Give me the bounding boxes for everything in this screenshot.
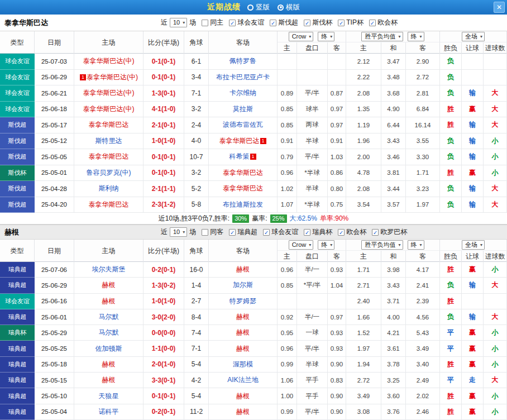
close-button[interactable]: ✕ [494,2,505,13]
filter-checkbox[interactable]: ✓斯伐超 [270,18,298,27]
checkbox-checked-icon[interactable]: ✓ [229,20,236,26]
away-team[interactable]: 科希策1 [209,149,278,165]
home-team[interactable]: 天狼星 [74,388,144,404]
away-team[interactable]: 泰拿华斯巴达1 [209,133,278,150]
away-team[interactable]: 加尔斯 [209,278,278,293]
home-team[interactable]: 泰拿华斯巴达(中) [74,54,144,70]
home-team-name: 鲁容贝罗克(中) [87,168,131,178]
match-count-select[interactable]: 10▾ [170,227,187,237]
checkbox-checked-icon[interactable]: ✓ [338,20,345,26]
filter-checkbox[interactable]: ✓瑞典超 [229,227,257,237]
league-type: 瑞典超 [0,388,35,404]
dropdown-arrow-icon: ▾ [183,19,185,26]
away-team[interactable]: 佩特罗鲁 [209,54,278,70]
away-team[interactable]: 赫根 [209,388,278,404]
filter-checkbox[interactable]: ✓TIP杯 [338,18,363,27]
away-team[interactable]: AIK法兰地 [209,373,278,388]
home-team[interactable]: 赫根 [74,294,144,309]
avg-final-select[interactable]: 终▾ [408,240,424,250]
filter-checkbox[interactable]: ✓欧罗巴杯 [372,227,407,237]
checkbox-checked-icon[interactable]: ✓ [372,229,379,236]
checkbox-checked-icon[interactable]: ✓ [229,229,236,236]
home-team[interactable]: 泰拿华斯巴达 [74,197,144,213]
result-handicap: 赢 [462,404,484,420]
checkbox-checked-icon[interactable]: ✓ [338,229,345,236]
away-team[interactable]: 布拉迪斯拉发 [209,197,278,213]
away-team-name: 佩特罗鲁 [229,56,256,66]
corner-score: 5-2 [184,181,209,197]
filter-checkbox[interactable]: 同客 [202,227,223,237]
away-team[interactable]: 赫根 [209,404,278,420]
header-col-home: 主场 [74,240,144,262]
checkbox-checked-icon[interactable]: ✓ [263,229,270,236]
home-team[interactable]: 斯特里达 [74,133,144,150]
odds-final-select[interactable]: 终▾ [318,240,334,250]
odds-final-select[interactable]: 终▾ [318,32,334,41]
match-row: 瑞典超25-05-15赫根3-3(0-1)4-2AIK法兰地1.06平手0.83… [0,373,507,388]
away-team[interactable]: 泰拿华斯巴达 [209,181,278,197]
filter-checkbox[interactable]: ✓瑞典杯 [304,227,332,237]
checkbox-checked-icon[interactable]: ✓ [304,20,310,26]
bookmaker-select[interactable]: Crow▾ [289,240,314,250]
radio-unselected-icon[interactable] [247,4,253,11]
home-team[interactable]: 诺科平 [74,404,144,420]
scope-select[interactable]: 全场▾ [462,32,485,41]
away-team[interactable]: 赫根 [209,262,278,278]
away-team[interactable]: 莫拉斯 [209,102,278,118]
filter-checkbox[interactable]: ✓欧会杯 [338,227,366,237]
away-team[interactable]: 特罗姆瑟 [209,294,278,309]
radio-vertical-layout[interactable]: 竖版 [247,3,270,12]
away-team[interactable]: 波德布雷佐瓦 [209,117,278,133]
away-team[interactable]: 赫根 [209,325,278,341]
avg-final-select[interactable]: 终▾ [408,32,424,41]
checkbox-checked-icon[interactable]: ✓ [304,229,310,236]
home-team[interactable]: 鲁容贝罗克(中) [74,165,144,182]
home-team[interactable]: 泰拿华斯巴达(中) [74,102,144,118]
header-col-score: 比分(半场) [144,31,184,54]
checkbox-unchecked-icon[interactable] [202,20,208,26]
away-team[interactable]: 布拉卡巴尼亚卢卡 [209,70,278,86]
filter-checkbox[interactable]: ✓球会友谊 [263,227,298,237]
home-team[interactable]: 埃尔夫斯堡 [74,262,144,278]
home-team[interactable]: 赫根 [74,278,144,293]
home-team[interactable]: 斯利纳 [74,181,144,197]
bookmaker-select[interactable]: Crow▾ [289,32,314,41]
away-team[interactable]: 赫根 [209,341,278,356]
home-team[interactable]: 马尔默 [74,309,144,325]
radio-selected-icon[interactable] [278,4,284,11]
avg-draw: 3.47 [381,54,406,70]
filter-checkbox[interactable]: 同主 [202,18,223,27]
filter-checkbox[interactable]: ✓球会友谊 [229,18,264,27]
avg-odds-select[interactable]: 胜平负均值▾ [361,32,403,41]
home-team[interactable]: 泰拿华斯巴达 [74,117,144,133]
match-count-select[interactable]: 10▾ [170,18,187,27]
filter-checkbox[interactable]: ✓欧会杯 [369,18,398,27]
result-goals: 大 [484,197,507,213]
dropdown-arrow-icon: ▾ [183,228,185,236]
avg-odds-select[interactable]: 胜平负均值▾ [361,240,403,250]
checkbox-unchecked-icon[interactable] [202,229,208,236]
home-team[interactable]: 1泰拿华斯巴达(中) [74,70,144,86]
home-team[interactable]: 马尔默 [74,325,144,341]
away-team-name: 波德布雷佐瓦 [223,120,263,130]
home-team[interactable]: 泰拿华斯巴达 [74,149,144,165]
away-team[interactable]: 渥那模 [209,357,278,373]
avg-odds-select-group: 胜平负均值▾终▾ [346,240,440,251]
scope-select-value: 全场 [465,33,477,40]
checkbox-checked-icon[interactable]: ✓ [369,20,376,26]
home-team[interactable]: 赫根 [74,357,144,373]
radio-horizontal-layout[interactable]: 横版 [278,3,300,12]
checkbox-checked-icon[interactable]: ✓ [270,20,276,26]
away-team[interactable]: 赫根 [209,309,278,325]
filter-checkbox-label: 欧罗巴杯 [380,227,407,237]
home-team-name: 埃尔夫斯堡 [92,265,126,274]
away-team[interactable]: 卡尔维纳 [209,85,278,102]
home-team[interactable]: 佐加顿斯 [74,341,144,356]
away-team[interactable]: 泰拿华斯巴达 [209,165,278,182]
home-team[interactable]: 赫根 [74,373,144,388]
filter-checkbox[interactable]: ✓斯伐杯 [304,18,332,27]
match-date: 25-05-10 [35,388,74,404]
home-team[interactable]: 泰拿华斯巴达(中) [74,85,144,102]
avg-draw: 4.21 [381,325,406,341]
scope-select[interactable]: 全场▾ [462,240,485,250]
